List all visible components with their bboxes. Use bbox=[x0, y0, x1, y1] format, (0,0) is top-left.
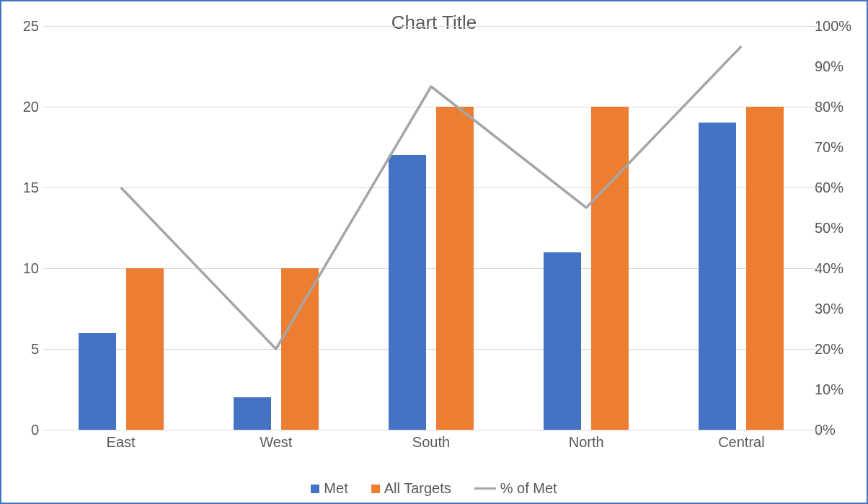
legend-swatch-pct-met bbox=[474, 487, 496, 490]
legend-item-pct-met: % of Met bbox=[474, 480, 557, 497]
grid-line bbox=[43, 430, 819, 430]
y-tick-right: 30% bbox=[815, 301, 858, 316]
y-tick-left: 25 bbox=[10, 19, 39, 33]
x-label: West bbox=[260, 434, 292, 451]
y-tick-left: 0 bbox=[10, 423, 39, 437]
y-tick-right: 20% bbox=[815, 342, 858, 356]
legend-swatch-all-targets bbox=[371, 485, 380, 493]
legend-label-all-targets: All Targets bbox=[384, 480, 451, 497]
legend-item-met: Met bbox=[311, 480, 347, 497]
legend-label-met: Met bbox=[324, 480, 347, 497]
line-pct-of-met bbox=[121, 46, 742, 349]
line-series bbox=[43, 26, 819, 430]
y-tick-right: 40% bbox=[815, 261, 858, 275]
y-tick-right: 70% bbox=[815, 140, 858, 154]
y-tick-right: 90% bbox=[815, 59, 858, 74]
chart-container: Chart Title 0510152025 0%10%20%30%40%50%… bbox=[0, 0, 868, 504]
y-tick-right: 10% bbox=[815, 382, 858, 397]
y-tick-right: 100% bbox=[815, 19, 858, 33]
legend-item-all-targets: All Targets bbox=[371, 480, 451, 497]
x-label: South bbox=[412, 434, 450, 451]
y-tick-right: 80% bbox=[815, 100, 858, 114]
y-tick-left: 15 bbox=[10, 180, 39, 195]
y-axis-right: 0%10%20%30%40%50%60%70%80%90%100% bbox=[815, 26, 858, 430]
legend-swatch-met bbox=[311, 485, 319, 493]
legend-label-pct-met: % of Met bbox=[500, 480, 557, 497]
y-axis-left: 0510152025 bbox=[10, 26, 39, 430]
y-tick-right: 60% bbox=[815, 180, 858, 195]
y-tick-left: 10 bbox=[10, 261, 39, 275]
x-axis: EastWestSouthNorthCentral bbox=[43, 434, 819, 463]
y-tick-right: 0% bbox=[815, 423, 858, 437]
y-tick-left: 5 bbox=[10, 342, 39, 356]
plot-area bbox=[43, 26, 819, 430]
x-label: East bbox=[107, 434, 136, 451]
x-label: Central bbox=[718, 434, 764, 451]
y-tick-right: 50% bbox=[815, 221, 858, 235]
x-label: North bbox=[569, 434, 604, 451]
y-tick-left: 20 bbox=[10, 100, 39, 114]
legend: Met All Targets % of Met bbox=[1, 480, 867, 497]
